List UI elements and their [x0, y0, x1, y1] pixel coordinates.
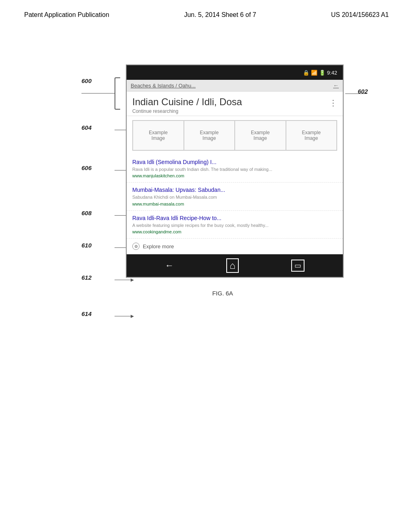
result-item-1[interactable]: Rava Idli (Semolina Dumpling) I... Rava … — [127, 155, 343, 183]
status-bar: 🔒 📶 🔋 9:42 — [127, 65, 343, 80]
wifi-icon: 📶 — [311, 70, 317, 76]
result-1-title: Rava Idli (Semolina Dumpling) I... — [132, 159, 337, 165]
clock: 9:42 — [327, 70, 337, 76]
title-section: Indian Cuisine / Idli, Dosa Continue res… — [127, 91, 343, 116]
arrow-612 — [131, 278, 134, 282]
header-center: Jun. 5, 2014 Sheet 6 of 7 — [184, 11, 256, 19]
image-cell-1[interactable]: ExampleImage — [133, 121, 184, 150]
explore-icon: ⚙ — [132, 243, 140, 250]
label-606: 606 — [81, 164, 92, 171]
image-cell-2[interactable]: ExampleImage — [184, 121, 235, 150]
subtitle: Continue researching — [132, 108, 242, 114]
back-icon: ← — [165, 260, 174, 271]
phone-wrapper: 600 602 604 606 608 610 — [126, 64, 344, 278]
home-button[interactable]: ⌂ — [226, 258, 239, 273]
connector-602 — [345, 94, 367, 94]
image-cell-3[interactable]: ExampleImage — [235, 121, 286, 150]
header-right: US 2014/156623 A1 — [331, 11, 389, 19]
result-1-desc: Rava Idli is a popular south Indian dish… — [132, 166, 337, 172]
recent-icon: ▭ — [291, 260, 305, 272]
battery-icon: 🔋 — [319, 70, 325, 76]
connector-600 — [81, 93, 115, 94]
label-612: 612 — [81, 274, 92, 281]
image-cell-4[interactable]: ExampleImage — [286, 121, 337, 150]
header-left: Patent Application Publication — [24, 11, 109, 19]
result-3-title: Rava Idli-Rava Idli Recipe-How to... — [132, 215, 337, 221]
page-header: Patent Application Publication Jun. 5, 2… — [24, 11, 389, 19]
connector-612 — [115, 280, 131, 280]
image-grid: ExampleImage ExampleImage ExampleImage E… — [132, 120, 337, 151]
back-button[interactable]: ← — [165, 260, 174, 271]
label-608: 608 — [81, 210, 92, 216]
explore-more-button[interactable]: ⚙ Explore more — [127, 239, 343, 254]
result-item-3[interactable]: Rava Idli-Rava Idli Recipe-How to... A w… — [127, 211, 343, 239]
arrow-614 — [131, 315, 134, 318]
figure-container: 600 602 604 606 608 610 — [65, 64, 381, 297]
home-icon: ⌂ — [226, 258, 239, 273]
connector-614 — [115, 316, 131, 316]
content-area: Indian Cuisine / Idli, Dosa Continue res… — [127, 91, 343, 254]
main-title: Indian Cuisine / Idli, Dosa — [132, 96, 242, 108]
result-1-url: www.manjulaskitchen.com — [132, 173, 337, 178]
label-600: 600 — [81, 77, 92, 84]
url-bar[interactable]: Beaches & Islands / Oahu... ← — [127, 80, 343, 91]
status-icons: 🔒 📶 🔋 9:42 — [303, 70, 337, 76]
explore-more-label: Explore more — [143, 243, 174, 249]
result-2-title: Mumbai-Masala: Upvaas: Sabudan... — [132, 187, 337, 193]
phone-mockup: 🔒 📶 🔋 9:42 Beaches & Islands / Oahu... ←… — [126, 64, 344, 278]
result-3-url: www.cookingandme.com — [132, 229, 337, 234]
result-2-url: www.mumbai-masala.com — [132, 202, 337, 206]
recent-apps-button[interactable]: ▭ — [291, 260, 305, 272]
label-610: 610 — [81, 242, 92, 249]
menu-dots-icon[interactable]: ⋮ — [329, 96, 337, 108]
result-item-2[interactable]: Mumbai-Masala: Upvaas: Sabudan... Sabuda… — [127, 183, 343, 210]
title-block: Indian Cuisine / Idli, Dosa Continue res… — [132, 96, 242, 114]
url-back-arrow[interactable]: ← — [333, 82, 339, 89]
url-text: Beaches & Islands / Oahu... — [131, 83, 196, 89]
brace-600-indicator — [115, 77, 120, 110]
label-614: 614 — [81, 310, 92, 317]
label-604: 604 — [81, 124, 92, 131]
result-3-desc: A website featuring simple recipes for t… — [132, 222, 337, 229]
result-2-desc: Sabudana Khichdi on Mumbai-Masala.com — [132, 194, 337, 200]
figure-caption: FIG. 6A — [212, 290, 233, 297]
nav-bar: ← ⌂ ▭ — [127, 254, 343, 277]
lock-icon: 🔒 — [303, 70, 309, 76]
